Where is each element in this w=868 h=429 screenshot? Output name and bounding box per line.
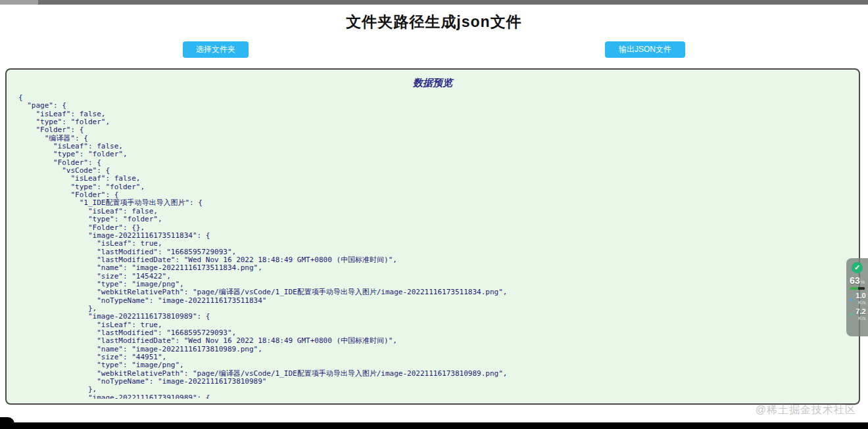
perf-score: 63 % (850, 275, 865, 286)
upload-speed-row: ▲ 1.0 K/s (848, 292, 865, 305)
screen-top-bar-highlight (0, 0, 38, 5)
perf-score-value: 63 (850, 275, 860, 286)
upload-speed-unit: K/s (858, 300, 866, 305)
screen-top-bar (0, 0, 868, 5)
download-arrow-icon: ▼ (848, 312, 854, 318)
json-preview-content[interactable]: { "page": { "isLeaf": false, "type": "fo… (18, 94, 855, 399)
net-monitor-widget[interactable]: ✓ 63 % ▲ 1.0 K/s ▼ 7.2 K/s (846, 258, 868, 336)
juejin-watermark: @稀土掘金技术社区 (756, 403, 856, 417)
page-title: 文件夹路径生成json文件 (0, 12, 868, 32)
upload-arrow-icon: ▲ (848, 296, 854, 302)
screen-bottom-bar (0, 422, 868, 429)
data-preview-heading: 数据预览 (7, 70, 859, 89)
download-speed-value: 7.2 (856, 308, 865, 315)
select-folder-button[interactable]: 选择文件夹 (183, 41, 249, 58)
perf-meter-bar (850, 287, 865, 290)
output-json-button[interactable]: 输出JSON文件 (605, 41, 685, 58)
upload-speed-value: 1.0 (856, 292, 865, 300)
download-speed-unit: K/s (858, 316, 866, 321)
data-preview-panel: 数据预览 { "page": { "isLeaf": false, "type"… (5, 68, 860, 405)
shield-check-icon: ✓ (852, 262, 863, 273)
download-speed-row: ▼ 7.2 K/s (848, 308, 865, 321)
perf-score-unit: % (861, 280, 865, 284)
